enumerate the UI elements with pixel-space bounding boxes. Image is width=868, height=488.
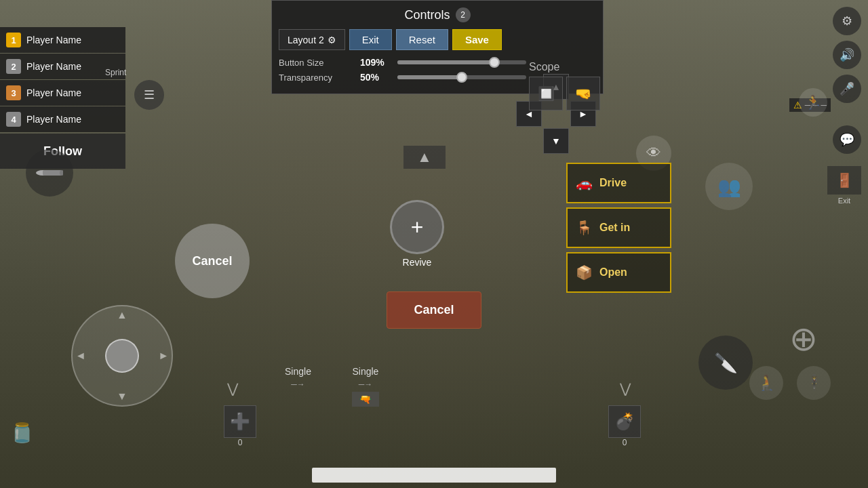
exit-button[interactable]: Exit [349, 29, 392, 50]
player-name-4: Player Name [26, 114, 81, 125]
get-in-icon: 🪑 [576, 220, 593, 236]
crouch-icon[interactable]: 🕴 [797, 366, 831, 400]
bottom-chevron-left: ⋁ [227, 380, 238, 396]
scope-icons: 🔲 🤜 [529, 77, 665, 110]
player-num-1: 1 [6, 33, 21, 47]
player-item-1[interactable]: 1 Player Name [0, 27, 125, 53]
cancel-center-button[interactable]: Cancel [387, 291, 481, 329]
button-size-slider[interactable] [397, 60, 526, 64]
open-label: Open [599, 266, 627, 279]
weapon-slot-1[interactable]: Single ─→ [285, 366, 311, 407]
pistol-icon: 🔫 [352, 392, 379, 407]
bullet-icon [26, 149, 73, 197]
drive-button[interactable]: 🚗 Drive [566, 163, 671, 203]
run-icon[interactable]: 🏃 [799, 88, 827, 117]
drive-label: Drive [599, 177, 627, 189]
mic-icon-button[interactable]: 🎤 [833, 75, 861, 103]
weapon-2-arrows: ─→ [359, 380, 373, 389]
player-num-2: 2 [6, 59, 21, 74]
open-button[interactable]: 📦 Open [566, 252, 671, 293]
dpad-down-button[interactable]: ▼ [543, 128, 569, 154]
controls-toolbar: Layout 2 ⚙ Exit Reset Save [279, 29, 596, 50]
revive-button[interactable]: + Revive [390, 200, 444, 268]
exit-right-button[interactable]: 🚪 Exit [827, 166, 861, 205]
chat-icon-button[interactable]: 💬 [833, 125, 861, 154]
layout-button[interactable]: Layout 2 ⚙ [279, 29, 345, 50]
reset-button[interactable]: Reset [396, 29, 448, 50]
player-name-3: Player Name [26, 87, 81, 98]
get-in-button[interactable]: 🪑 Get in [566, 207, 671, 248]
exit-door-icon: 🚪 [827, 166, 861, 195]
weapon-2-label: Single [352, 366, 378, 377]
transparency-label: Transparency [279, 73, 353, 83]
volume-icon-button[interactable]: 🔊 [833, 41, 861, 69]
weapon-1-arrows: ─→ [291, 380, 305, 389]
canteen-icon: 🫙 [10, 422, 34, 444]
bottom-chevron-right: ⋁ [620, 380, 631, 396]
gear-icon: ⚙ [328, 35, 336, 45]
controls-badge: 2 [456, 7, 471, 22]
list-icon[interactable]: ☰ [134, 80, 164, 110]
grenade-item[interactable]: 💣 0 [608, 405, 641, 447]
settings-icon-button[interactable]: ⚙ [833, 7, 861, 35]
ammo-bar [312, 468, 556, 483]
vehicle-buttons: 🚗 Drive 🪑 Get in 📦 Open [566, 163, 671, 297]
scope-icon-2: 🤜 [566, 77, 600, 110]
transparency-value: 50% [360, 72, 391, 83]
grenade-icon: 💣 [608, 405, 641, 438]
revive-circle: + [390, 200, 444, 254]
drive-icon: 🚗 [576, 175, 593, 191]
button-size-label: Button Size [279, 58, 353, 68]
medkit-item[interactable]: ➕ 0 [224, 405, 256, 447]
chevron-up-icon[interactable]: ▲ [403, 146, 446, 169]
svg-rect-1 [43, 170, 62, 176]
scope-area: Scope 🔲 🤜 [529, 61, 665, 110]
team-icon[interactable]: 👥 [705, 163, 753, 210]
controls-title: Controls 2 [279, 7, 596, 22]
scope-label: Scope [529, 61, 665, 73]
knife-icon[interactable]: 🔪 [698, 336, 753, 390]
player-num-3: 3 [6, 85, 21, 100]
stance-icons: 🏃 [799, 88, 827, 117]
right-icons: ⚙ 🔊 🎤 [833, 7, 861, 103]
medkit-icon: ➕ [224, 405, 256, 438]
joystick-down-arrow: ▼ [117, 390, 127, 403]
joystick[interactable]: ▲ ◄ ► ▼ [71, 305, 173, 407]
prone-icon[interactable]: 🧎 [749, 366, 783, 400]
player-item-4[interactable]: 4 Player Name [0, 106, 125, 132]
joystick-knob[interactable] [105, 339, 139, 373]
save-button[interactable]: Save [452, 29, 502, 50]
joystick-up-arrow: ▲ [117, 309, 127, 321]
action-icons: 🧎 🕴 [749, 366, 831, 400]
joystick-left-arrow: ◄ [75, 350, 86, 362]
player-name-1: Player Name [26, 35, 81, 45]
revive-label: Revive [403, 257, 432, 268]
button-size-value: 109% [360, 57, 391, 68]
exit-right-label: Exit [838, 197, 850, 205]
player-name-2: Player Name [26, 61, 81, 72]
sprint-label: Sprint [105, 68, 126, 77]
joystick-right-arrow: ► [158, 350, 169, 362]
weapon-1-label: Single [285, 366, 311, 377]
medkit-count: 0 [238, 438, 243, 447]
get-in-label: Get in [599, 222, 630, 234]
player-item-3[interactable]: 3 Player Name [0, 80, 125, 106]
crosshair-icon: ⊕ [776, 312, 831, 366]
cancel-left-button[interactable]: Cancel [175, 224, 250, 298]
player-num-4: 4 [6, 112, 21, 127]
weapon-bar: Single ─→ Single ─→ 🔫 [285, 366, 379, 407]
scope-icon-1: 🔲 [529, 77, 563, 110]
grenade-count: 0 [623, 438, 627, 447]
player-list: 1 Player Name 2 Player Name 3 Player Nam… [0, 27, 125, 169]
transparency-slider[interactable] [397, 75, 526, 79]
open-icon: 📦 [576, 264, 593, 281]
weapon-slot-2[interactable]: Single ─→ 🔫 [352, 366, 379, 407]
